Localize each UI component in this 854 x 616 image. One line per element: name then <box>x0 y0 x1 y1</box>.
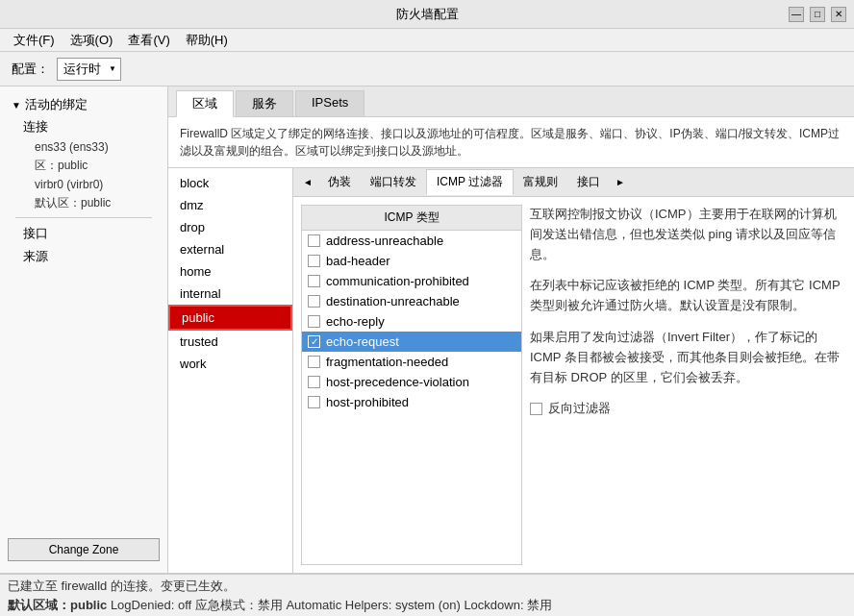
menu-view[interactable]: 查看(V) <box>122 30 175 51</box>
config-value: 运行时 <box>63 61 101 78</box>
sidebar-ens33: ens33 (ens33) 区：public <box>8 138 160 176</box>
icmp-list: address-unreachable bad-header communica… <box>302 231 521 564</box>
zone-public[interactable]: public <box>168 305 292 331</box>
zone-home[interactable]: home <box>168 260 292 283</box>
icmp-address-unreachable[interactable]: address-unreachable <box>302 231 521 251</box>
config-dropdown[interactable]: 运行时 <box>57 58 121 81</box>
connection-label: 连接 <box>23 119 48 134</box>
titlebar: 防火墙配置 — □ ✕ <box>0 0 854 29</box>
icmp-label-host-precedence-violation: host-precedence-violation <box>326 375 469 389</box>
tab-bar: 区域 服务 IPSets <box>168 86 854 117</box>
sidebar-binding-label: 活动的绑定 <box>25 96 88 113</box>
icmp-checkbox-destination-unreachable[interactable] <box>308 295 320 308</box>
menubar: 文件(F) 选项(O) 查看(V) 帮助(H) <box>0 29 854 52</box>
tab-zone[interactable]: 区域 <box>176 90 234 117</box>
zone-description: FirewallD 区域定义了绑定的网络连接、接口以及源地址的可信程度。区域是服… <box>168 117 854 168</box>
zone-work[interactable]: work <box>168 353 292 375</box>
sidebar: ▼ 活动的绑定 连接 ens33 (ens33) 区：public virbr0… <box>0 86 168 573</box>
sub-tab-icmp[interactable]: ICMP 过滤器 <box>426 169 514 195</box>
sidebar-virbr0: virbr0 (virbr0) 默认区：public <box>8 176 160 213</box>
tab-ipsets[interactable]: IPSets <box>295 90 364 116</box>
menu-file[interactable]: 文件(F) <box>8 30 61 51</box>
maximize-button[interactable]: □ <box>810 7 825 22</box>
close-button[interactable]: ✕ <box>831 7 846 22</box>
icmp-echo-request[interactable]: ✓ echo-request <box>302 332 521 352</box>
icmp-label-bad-header: bad-header <box>326 254 390 268</box>
statusbar-line1: 已建立至 firewalld 的连接。变更已生效。 <box>8 577 846 596</box>
sub-tab-masquerade[interactable]: 伪装 <box>318 170 361 194</box>
icmp-label-fragmentation-needed: fragmentation-needed <box>326 355 448 369</box>
statusbar-extra: LogDenied: off 应急模式：禁用 Automatic Helpers… <box>107 598 552 612</box>
icmp-checkbox-bad-header[interactable] <box>308 255 320 267</box>
icmp-label-echo-request: echo-request <box>326 334 399 349</box>
sub-tab-left-arrow[interactable]: ◄ <box>297 173 318 191</box>
virbr0-label: virbr0 (virbr0) <box>15 176 160 193</box>
icmp-host-precedence-violation[interactable]: host-precedence-violation <box>302 372 521 392</box>
icmp-label-destination-unreachable: destination-unreachable <box>326 294 460 308</box>
zone-drop[interactable]: drop <box>168 216 292 238</box>
sidebar-section-binding: ▼ 活动的绑定 连接 ens33 (ens33) 区：public virbr0… <box>0 90 167 272</box>
zone-trusted[interactable]: trusted <box>168 331 292 353</box>
zone-list: block dmz drop external home internal pu… <box>168 168 293 573</box>
icmp-panel: ◄ 伪装 端口转发 ICMP 过滤器 富规则 接口 ► ICMP 类型 <box>293 168 854 573</box>
icmp-label-host-prohibited: host-prohibited <box>326 395 409 409</box>
sub-tab-right-arrow[interactable]: ► <box>610 173 631 191</box>
ens33-zone: 区：public <box>15 156 160 176</box>
statusbar: 已建立至 firewalld 的连接。变更已生效。 默认区域：public Lo… <box>0 573 854 616</box>
icmp-desc-3: 如果启用了发向过滤器（Invert Filter），作了标记的 ICMP 条目都… <box>530 328 846 387</box>
menu-options[interactable]: 选项(O) <box>64 30 119 51</box>
body-area: ▼ 活动的绑定 连接 ens33 (ens33) 区：public virbr0… <box>0 86 854 573</box>
config-label: 配置： <box>12 61 49 78</box>
icmp-checkbox-host-prohibited[interactable] <box>308 396 320 408</box>
icmp-bad-header[interactable]: bad-header <box>302 251 521 271</box>
toolbar: 配置： 运行时 <box>0 52 854 86</box>
zone-external[interactable]: external <box>168 238 292 260</box>
icmp-label-communication-prohibited: communication-prohibited <box>326 274 469 288</box>
icmp-checkbox-host-precedence-violation[interactable] <box>308 376 320 388</box>
sub-tab-interface[interactable]: 接口 <box>567 170 610 194</box>
zone-internal[interactable]: internal <box>168 283 292 305</box>
sidebar-active-binding[interactable]: ▼ 活动的绑定 <box>8 94 160 115</box>
invert-filter-row: 反向过滤器 <box>530 399 846 419</box>
icmp-content: ICMP 类型 address-unreachable bad-header <box>293 197 854 573</box>
icmp-list-header: ICMP 类型 <box>302 206 521 231</box>
sub-tab-portforward[interactable]: 端口转发 <box>361 170 426 194</box>
icmp-checkbox-echo-reply[interactable] <box>308 315 320 328</box>
window-controls: — □ ✕ <box>789 7 846 22</box>
sidebar-separator <box>15 217 152 218</box>
statusbar-zone-prefix: 默认区域： <box>8 598 70 612</box>
zone-block[interactable]: block <box>168 172 292 194</box>
icmp-communication-prohibited[interactable]: communication-prohibited <box>302 271 521 291</box>
menu-help[interactable]: 帮助(H) <box>180 30 234 51</box>
icmp-list-container: ICMP 类型 address-unreachable bad-header <box>301 205 522 565</box>
icmp-checkbox-address-unreachable[interactable] <box>308 234 320 247</box>
expand-icon: ▼ <box>12 100 21 111</box>
icmp-checkbox-fragmentation-needed[interactable] <box>308 356 320 368</box>
icmp-checkbox-communication-prohibited[interactable] <box>308 275 320 287</box>
icmp-host-prohibited[interactable]: host-prohibited <box>302 392 521 412</box>
invert-filter-label: 反向过滤器 <box>548 399 611 419</box>
icmp-fragmentation-needed[interactable]: fragmentation-needed <box>302 352 521 372</box>
tab-service[interactable]: 服务 <box>236 90 293 116</box>
sub-tabs: ◄ 伪装 端口转发 ICMP 过滤器 富规则 接口 ► <box>293 168 854 197</box>
icmp-desc-1: 互联网控制报文协议（ICMP）主要用于在联网的计算机间发送出错信息，但也发送类似… <box>530 205 846 264</box>
ens33-label: ens33 (ens33) <box>15 138 160 156</box>
sub-tab-rich[interactable]: 富规则 <box>514 170 567 194</box>
icmp-desc-2: 在列表中标记应该被拒绝的 ICMP 类型。所有其它 ICMP 类型则被允许通过防… <box>530 276 846 316</box>
icmp-checkbox-echo-request[interactable]: ✓ <box>308 335 320 348</box>
minimize-button[interactable]: — <box>789 7 804 22</box>
virbr0-zone: 默认区：public <box>15 193 160 213</box>
statusbar-zone-value: public <box>70 598 107 612</box>
zone-dmz[interactable]: dmz <box>168 194 292 216</box>
change-zone-button[interactable]: Change Zone <box>8 538 160 561</box>
zone-content: block dmz drop external home internal pu… <box>168 168 854 573</box>
invert-filter-checkbox[interactable] <box>530 403 542 415</box>
main-container: 配置： 运行时 ▼ 活动的绑定 连接 ens33 (ens33) 区：publi… <box>0 52 854 616</box>
right-panel: 区域 服务 IPSets FirewallD 区域定义了绑定的网络连接、接口以及… <box>168 86 854 573</box>
sidebar-item-source[interactable]: 来源 <box>8 245 160 268</box>
sidebar-item-connection[interactable]: 连接 <box>8 115 160 138</box>
icmp-description-panel: 互联网控制报文协议（ICMP）主要用于在联网的计算机间发送出错信息，但也发送类似… <box>530 205 846 565</box>
icmp-destination-unreachable[interactable]: destination-unreachable <box>302 291 521 311</box>
icmp-echo-reply[interactable]: echo-reply <box>302 311 521 332</box>
sidebar-item-interface[interactable]: 接口 <box>8 222 160 245</box>
